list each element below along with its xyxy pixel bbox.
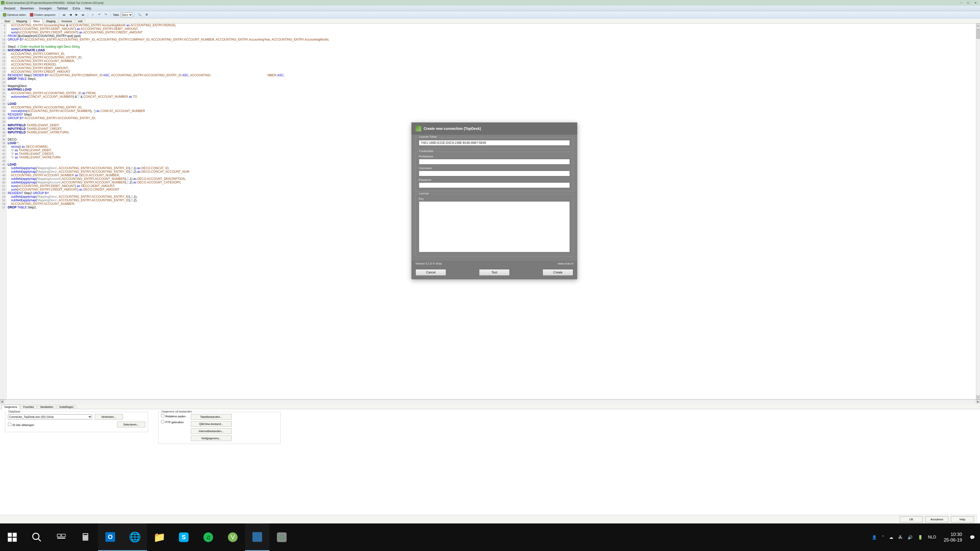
tab-next-button[interactable]: ▶: [74, 12, 80, 17]
connect-button[interactable]: Verbinden...: [95, 414, 123, 420]
onedrive-icon[interactable]: ☁: [889, 535, 893, 540]
maximize-button[interactable]: ☐: [965, 0, 972, 5]
reload-icon: [3, 13, 6, 17]
menu-bewerken[interactable]: Bewerken: [18, 6, 37, 11]
key-textarea[interactable]: [419, 201, 570, 252]
script-tab-invoices[interactable]: Invoices: [59, 19, 75, 23]
calculator-app[interactable]: 🖩: [73, 524, 98, 551]
tab-last-button[interactable]: ⏭: [80, 13, 86, 17]
app-green[interactable]: V: [221, 524, 245, 551]
password-label: Password: [419, 178, 570, 181]
use-ftp-label[interactable]: FTP gebruiken: [161, 420, 184, 424]
tab-prev-button[interactable]: ◀: [68, 12, 73, 17]
close-button[interactable]: ✕: [972, 0, 979, 5]
people-icon[interactable]: 👤: [872, 535, 877, 540]
username-input[interactable]: [419, 171, 570, 176]
help-button[interactable]: Help: [951, 516, 974, 522]
qlikview-file-button[interactable]: QlikView-bestand...: [191, 421, 232, 427]
menu-invoegen[interactable]: Invoegen: [37, 6, 54, 11]
skype-app[interactable]: S: [172, 524, 196, 551]
menu-bar: Bestand Bewerken Invoegen Tabblad Extra …: [0, 6, 980, 11]
clock-time: 10:30: [944, 532, 962, 537]
scroll-track[interactable]: [976, 27, 980, 395]
portalname-input[interactable]: [419, 159, 570, 165]
windows-icon: [7, 532, 18, 543]
start-button[interactable]: [0, 524, 24, 551]
password-input[interactable]: [419, 183, 570, 188]
reload-button[interactable]: Opnieuw laden: [1, 12, 27, 17]
battery-icon[interactable]: 🔋: [918, 535, 923, 540]
outlook-app[interactable]: O: [98, 524, 123, 551]
tab-move-left-button[interactable]: ↶: [97, 12, 102, 17]
dialog-title: Create new connection (TopDesk): [424, 127, 481, 130]
debug-button[interactable]: Fouten opsporen: [28, 12, 57, 17]
dialog-create-button[interactable]: Create: [542, 269, 573, 276]
cancel-button[interactable]: Annuleren: [925, 516, 948, 522]
dialog-test-button[interactable]: Test: [479, 269, 510, 276]
horizontal-scrollbar[interactable]: ◀ ▶: [0, 400, 980, 403]
script-tab-exit[interactable]: exit: [75, 19, 85, 23]
bottom-tab-functies[interactable]: Functies: [21, 405, 37, 409]
use-ftp-checkbox[interactable]: [161, 420, 164, 423]
svg-point-4: [33, 533, 39, 540]
menu-tabblad[interactable]: Tabblad: [54, 6, 70, 11]
bottom-panel-tabs: Gegevens Functies Variabelen Instellinge…: [0, 403, 980, 409]
dialog-cancel-button[interactable]: Cancel: [415, 269, 446, 276]
hscroll-track[interactable]: [4, 400, 976, 403]
force-32bit-checkbox-label[interactable]: 32-bits afdwingen: [8, 423, 34, 427]
script-tab-start[interactable]: Start: [2, 19, 13, 23]
menu-help[interactable]: Help: [83, 6, 94, 11]
ok-button[interactable]: OK: [900, 516, 923, 522]
minimize-button[interactable]: ─: [958, 0, 965, 5]
credentials-legend: Credentials: [418, 149, 434, 152]
scroll-up-arrow[interactable]: ▲: [976, 24, 980, 27]
create-connection-dialog: Create new connection (TopDesk) License …: [411, 122, 577, 279]
script-tab-mapping[interactable]: Mapping: [14, 19, 30, 23]
select-button[interactable]: Selecteren...: [117, 422, 145, 427]
tab-first-button[interactable]: ⏮: [61, 13, 67, 17]
network-icon[interactable]: 🖧: [898, 535, 902, 540]
dialog-footer: OK Annuleren Help: [0, 515, 977, 524]
search-taskbar-button[interactable]: [24, 524, 49, 551]
volume-icon[interactable]: 🔊: [907, 535, 913, 540]
language-indicator[interactable]: NLD: [928, 535, 936, 540]
bottom-tab-instellingen[interactable]: Instellingen: [57, 405, 76, 409]
dialog-buttons: Cancel Test Create: [411, 268, 577, 279]
menu-extra[interactable]: Extra: [70, 6, 83, 11]
tray-chevron-up-icon[interactable]: ˄: [882, 535, 884, 540]
connector-dropdown[interactable]: Connector_TopDesk.exe (32) (Victa: [8, 414, 92, 419]
spotify-app[interactable]: ♫: [196, 524, 221, 551]
taskbar-clock[interactable]: 10:30 25-06-19: [941, 532, 965, 543]
relative-paths-checkbox[interactable]: [161, 414, 164, 417]
app-gray[interactable]: Q: [269, 524, 294, 551]
scroll-left-arrow[interactable]: ◀: [0, 400, 4, 403]
relative-paths-label[interactable]: Relatieve paden: [161, 414, 186, 418]
bottom-panel: Database Connector_TopDesk.exe (32) (Vic…: [0, 409, 980, 481]
internet-files-button[interactable]: Internetbestanden...: [191, 428, 232, 434]
force-32bit-checkbox[interactable]: [8, 423, 11, 426]
bottom-tab-gegevens[interactable]: Gegevens: [2, 405, 20, 409]
tab-move-right-button[interactable]: ↷: [103, 12, 109, 17]
task-view-button[interactable]: [49, 524, 73, 551]
tabs-dropdown[interactable]: Deco: [121, 13, 133, 17]
connector-icon: [415, 126, 421, 131]
script-tab-deco[interactable]: Deco: [30, 19, 43, 24]
tab-add-button[interactable]: ＋: [89, 12, 96, 17]
scroll-down-arrow[interactable]: ▼: [976, 395, 980, 399]
menu-bestand[interactable]: Bestand: [2, 6, 18, 11]
table-files-button[interactable]: Tabelbestanden...: [191, 414, 232, 420]
settings-button[interactable]: ⚙: [144, 12, 150, 17]
qlikview-app[interactable]: [245, 524, 269, 551]
field-data-button[interactable]: Veldgegevens...: [191, 435, 232, 441]
portalname-label: Portalname: [419, 155, 570, 158]
bottom-tab-variabelen[interactable]: Variabelen: [37, 405, 56, 409]
scroll-thumb[interactable]: [977, 29, 980, 39]
search-button[interactable]: 🔍: [136, 12, 143, 17]
notifications-icon[interactable]: 💬: [970, 535, 975, 540]
license-token-input[interactable]: [419, 140, 570, 146]
script-tab-staging[interactable]: Staging: [43, 19, 58, 23]
vertical-scrollbar[interactable]: ▲ ▼: [976, 24, 980, 399]
file-explorer-app[interactable]: 📁: [147, 524, 172, 551]
chrome-app[interactable]: 🌐: [123, 524, 147, 551]
scroll-right-arrow[interactable]: ▶: [976, 400, 980, 403]
